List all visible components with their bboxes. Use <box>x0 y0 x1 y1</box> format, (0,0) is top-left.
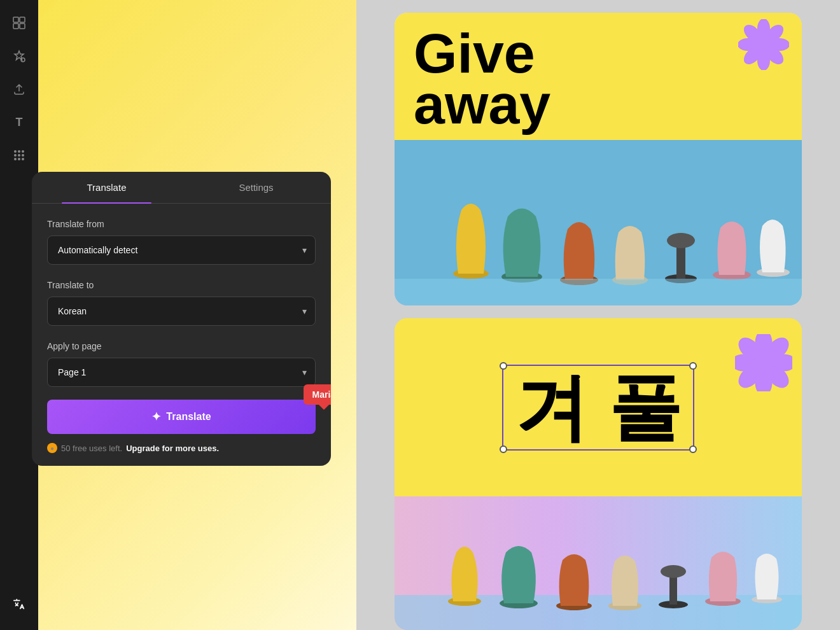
korean-text-selection: 겨 풀 <box>502 365 694 451</box>
marianne-tooltip: Marianne <box>304 384 331 405</box>
svg-point-6 <box>18 150 20 153</box>
translate-to-wrapper: Korean ▾ <box>47 297 316 326</box>
translate-panel: Translate Settings Translate from Automa… <box>32 172 331 466</box>
giveaway-text-block: Give away <box>414 25 535 81</box>
canvas-area: Give away <box>356 0 840 630</box>
translate-to-select[interactable]: Korean <box>47 297 316 326</box>
panel-body: Translate from Automatically detect ▾ Tr… <box>32 219 331 453</box>
svg-rect-1 <box>20 17 25 22</box>
apply-to-page-select[interactable]: Page 1 <box>47 358 316 387</box>
handle-bottom-right <box>689 445 697 453</box>
svg-rect-2 <box>13 24 18 29</box>
svg-point-11 <box>14 158 17 160</box>
handle-bottom-left <box>500 445 507 453</box>
flower-card2-icon <box>735 334 792 394</box>
translate-to-label: Translate to <box>47 280 316 290</box>
svg-point-22 <box>756 37 771 52</box>
card-giveaway: Give away <box>395 13 802 305</box>
svg-point-13 <box>22 158 24 160</box>
flower-card1-icon <box>738 19 789 80</box>
apps-icon[interactable] <box>6 143 32 168</box>
free-uses-icon: ● <box>47 443 57 453</box>
svg-rect-0 <box>13 17 18 22</box>
translate-from-wrapper: Automatically detect ▾ <box>47 235 316 265</box>
svg-point-30 <box>667 233 695 248</box>
card-1-top: Give away <box>395 13 802 140</box>
translate-nav-icon[interactable] <box>6 592 32 617</box>
upload-icon[interactable] <box>6 76 32 102</box>
apply-to-page-label: Apply to page <box>47 341 316 351</box>
card-korean: 겨 풀 <box>395 318 802 630</box>
panel-tabs: Translate Settings <box>32 172 331 204</box>
svg-rect-3 <box>20 24 25 29</box>
apply-to-page-wrapper: Page 1 ▾ Marianne <box>47 358 316 387</box>
elements-icon[interactable] <box>6 43 32 69</box>
giveaway-line2: away <box>414 76 550 132</box>
svg-point-10 <box>22 154 24 157</box>
free-uses-text: ● 50 free uses left. Upgrade for more us… <box>47 443 316 453</box>
layout-icon[interactable] <box>6 10 32 36</box>
svg-point-42 <box>754 353 773 372</box>
svg-point-9 <box>18 154 20 157</box>
korean-text: 겨 풀 <box>515 367 682 448</box>
card-2-bottom <box>395 496 802 630</box>
svg-point-51 <box>661 565 686 578</box>
upgrade-link[interactable]: Upgrade for more uses. <box>126 444 219 453</box>
handle-top-right <box>689 362 697 370</box>
card-1-bottom <box>395 140 802 305</box>
svg-point-5 <box>14 150 17 153</box>
vases-illustration-1 <box>395 140 802 305</box>
card-2-top: 겨 풀 <box>395 318 802 496</box>
translate-button-icon: ✦ <box>151 410 161 424</box>
tab-translate[interactable]: Translate <box>32 172 181 203</box>
svg-point-12 <box>18 158 20 160</box>
tab-settings[interactable]: Settings <box>181 172 331 203</box>
handle-top-left <box>500 362 507 370</box>
svg-rect-33 <box>395 279 802 305</box>
svg-point-8 <box>14 154 17 157</box>
vases-illustration-2 <box>395 496 802 630</box>
text-icon[interactable]: T <box>6 109 32 135</box>
translate-from-select[interactable]: Automatically detect <box>47 235 316 265</box>
svg-point-7 <box>22 150 24 153</box>
translate-from-label: Translate from <box>47 219 316 229</box>
translate-button[interactable]: ✦ Translate <box>47 400 316 434</box>
